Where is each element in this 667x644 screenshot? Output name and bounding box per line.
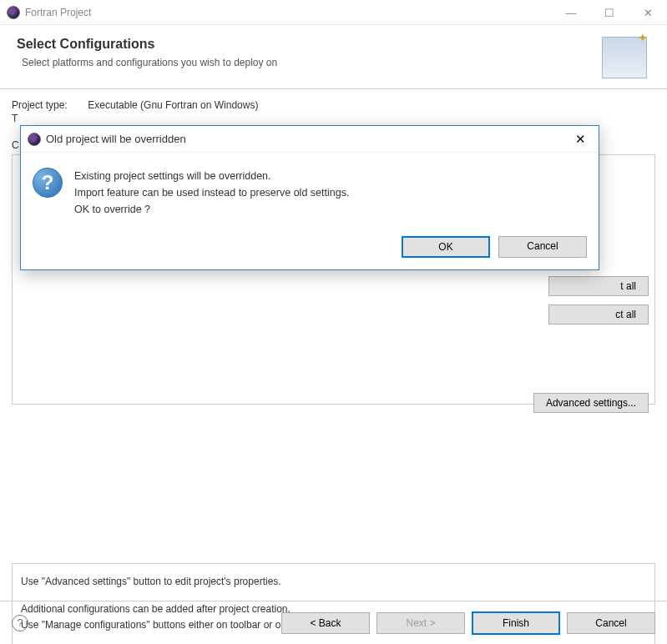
dialog-title: Old project will be overridden [46,133,568,145]
window-controls: — ☐ ✕ [552,0,667,24]
dialog-cancel-button[interactable]: Cancel [498,236,587,258]
dialog-line2: Import feature can be used instead to pr… [74,184,349,201]
dialog-close-button[interactable]: ✕ [568,132,592,147]
finish-button[interactable]: Finish [472,611,560,635]
eclipse-icon [7,6,20,19]
wizard-footer: ? < Back Next > Finish Cancel [0,601,667,644]
eclipse-icon [28,133,41,146]
dialog-line1: Existing project settings will be overri… [74,168,349,184]
project-type-row: Project type: Executable (Gnu Fortran on… [12,99,655,111]
dialog-titlebar: Old project will be overridden ✕ [21,126,599,153]
question-icon: ? [33,168,63,198]
titlebar: Fortran Project — ☐ ✕ [0,0,667,25]
toolchains-row-partial: T [12,113,655,124]
dialog-body: ? Existing project settings will be over… [21,153,599,223]
help-line1: Use "Advanced settings" button to edit p… [21,574,646,590]
window-title: Fortran Project [25,7,552,18]
dialog-line3: OK to override ? [74,201,349,218]
close-button[interactable]: ✕ [629,0,667,25]
project-type-label: Project type: [12,99,85,111]
back-button[interactable]: < Back [281,612,370,634]
page-subtitle: Select platforms and configurations you … [17,57,602,68]
deselect-all-label-partial: ct all [615,309,636,320]
override-dialog: Old project will be overridden ✕ ? Exist… [20,125,599,270]
dialog-buttons: OK Cancel [21,223,599,269]
wizard-icon [602,37,647,78]
help-icon[interactable]: ? [12,615,28,631]
side-buttons: t all ct all [548,276,649,325]
next-button: Next > [376,612,465,634]
advanced-settings-button[interactable]: Advanced settings... [533,393,649,413]
ok-button[interactable]: OK [402,236,490,258]
deselect-all-button[interactable]: ct all [548,304,649,325]
select-all-label-partial: t all [620,280,636,292]
maximize-button[interactable]: ☐ [590,0,629,25]
cancel-button[interactable]: Cancel [567,612,655,634]
dialog-message: Existing project settings will be overri… [74,168,349,218]
page-title: Select Configurations [17,37,602,52]
select-all-button[interactable]: t all [548,276,649,296]
wizard-header: Select Configurations Select platforms a… [0,25,667,89]
project-type-value: Executable (Gnu Fortran on Windows) [88,99,258,111]
minimize-button[interactable]: — [552,0,590,25]
